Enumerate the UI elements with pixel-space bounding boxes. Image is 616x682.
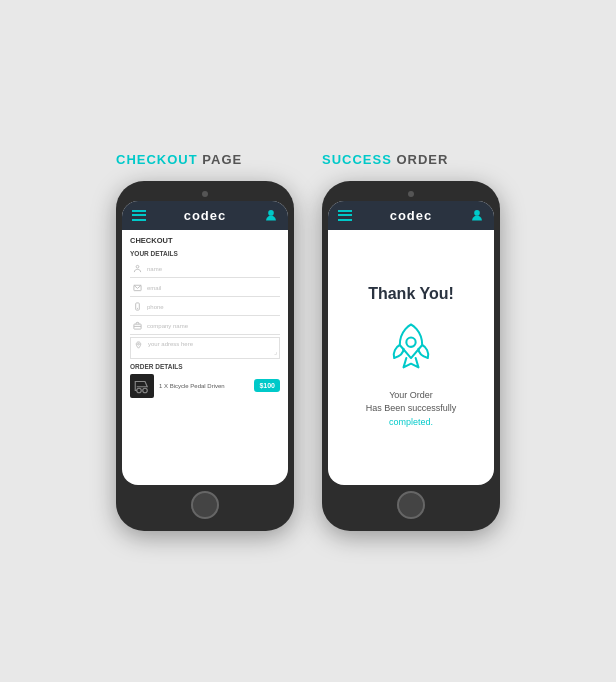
success-message: Your Order Has Been successfully complet…: [366, 389, 457, 430]
success-app-header: codec: [328, 201, 494, 230]
scene: CHECKOUT PAGE codec: [96, 122, 520, 561]
company-placeholder: company name: [147, 323, 188, 329]
svg-point-9: [143, 388, 148, 393]
success-phone: codec Thank You!: [322, 181, 500, 531]
success-label-highlight: SUCCESS: [322, 152, 392, 167]
phone-field[interactable]: phone: [130, 299, 280, 316]
success-line1: Your Order: [389, 390, 433, 400]
name-field[interactable]: name: [130, 261, 280, 278]
order-details-header: ORDER DETAILS: [130, 363, 280, 370]
checkout-label-highlight: CHECKOUT: [116, 152, 198, 167]
success-hamburger-icon[interactable]: [338, 210, 352, 221]
company-field[interactable]: company name: [130, 318, 280, 335]
svg-point-11: [406, 337, 415, 346]
resize-handle: ⌟: [274, 348, 277, 356]
phone-placeholder: phone: [147, 304, 164, 310]
success-section-label: SUCCESS ORDER: [322, 152, 448, 167]
success-user-icon[interactable]: [470, 208, 484, 222]
order-item: 1 X Bicycle Pedal Driven $100: [130, 374, 280, 398]
thank-you-title: Thank You!: [368, 285, 454, 303]
success-home-button[interactable]: [397, 491, 425, 519]
success-line2: Has Been successfully: [366, 403, 457, 413]
success-line3: completed.: [389, 417, 433, 427]
success-label-suffix: ORDER: [392, 152, 449, 167]
checkout-page-title: CHECKOUT: [130, 236, 280, 245]
location-icon: [133, 341, 143, 351]
price-badge: $100: [254, 379, 280, 392]
success-screen: codec Thank You!: [328, 201, 494, 485]
email-field[interactable]: email: [130, 280, 280, 297]
svg-point-1: [136, 265, 139, 268]
address-placeholder: your adress here: [148, 341, 193, 347]
checkout-section-label: CHECKOUT PAGE: [116, 152, 242, 167]
svg-point-0: [268, 210, 274, 216]
phone-icon: [132, 302, 142, 312]
email-placeholder: email: [147, 285, 161, 291]
checkout-home-button[interactable]: [191, 491, 219, 519]
checkout-screen: codec CHECKOUT YOUR DETAILS: [122, 201, 288, 485]
checkout-app-header: codec: [122, 201, 288, 230]
success-content: Thank You! Your Order Has Been successfu…: [328, 230, 494, 485]
address-field[interactable]: your adress here ⌟: [130, 337, 280, 359]
success-app-logo: codec: [390, 208, 433, 223]
success-section: SUCCESS ORDER codec: [322, 152, 500, 531]
checkout-camera: [202, 191, 208, 197]
checkout-app-logo: codec: [184, 208, 227, 223]
svg-rect-3: [135, 303, 139, 310]
checkout-section: CHECKOUT PAGE codec: [116, 152, 294, 531]
your-details-header: YOUR DETAILS: [130, 250, 280, 257]
success-camera: [408, 191, 414, 197]
email-icon: [132, 283, 142, 293]
product-name: 1 X Bicycle Pedal Driven: [159, 383, 249, 389]
checkout-user-icon[interactable]: [264, 208, 278, 222]
briefcase-icon: [132, 321, 142, 331]
checkout-phone: codec CHECKOUT YOUR DETAILS: [116, 181, 294, 531]
rocket-icon: [383, 317, 439, 373]
svg-point-10: [474, 210, 480, 216]
checkout-hamburger-icon[interactable]: [132, 210, 146, 221]
product-image: [130, 374, 154, 398]
person-icon: [132, 264, 142, 274]
svg-point-7: [137, 343, 139, 345]
checkout-label-suffix: PAGE: [198, 152, 243, 167]
name-placeholder: name: [147, 266, 162, 272]
checkout-content: CHECKOUT YOUR DETAILS name: [122, 230, 288, 485]
svg-point-8: [137, 388, 142, 393]
